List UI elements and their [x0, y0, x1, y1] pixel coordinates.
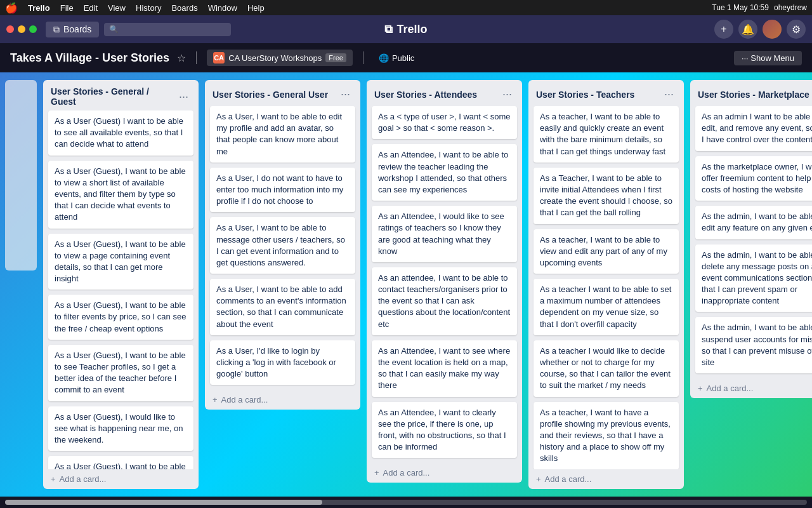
- menubar: 🍎 Trello File Edit View History Boards W…: [0, 0, 812, 15]
- search-input[interactable]: [122, 25, 226, 34]
- boards-label: Boards: [63, 24, 91, 34]
- add-card-marketplace[interactable]: + Add a card...: [690, 378, 812, 398]
- add-button[interactable]: +: [714, 20, 733, 39]
- card-t-6[interactable]: As a teacher, I want to have a profile s…: [534, 402, 679, 469]
- card-t-1[interactable]: As a teacher, I want to be able to easil…: [534, 106, 679, 163]
- settings-button[interactable]: ⚙: [787, 20, 806, 39]
- card-t-2[interactable]: As a Teacher, I want to be able to invit…: [534, 168, 679, 224]
- add-card-attendees[interactable]: + Add a card...: [367, 463, 522, 483]
- card-m-3[interactable]: As the admin, I want to be able to edit …: [695, 206, 812, 239]
- card-att-3[interactable]: As an attendee, I want to be able to con…: [372, 267, 517, 335]
- card-m-4[interactable]: As the admin, I want to be able to delet…: [695, 244, 812, 312]
- card-gu-3[interactable]: As a User, I want to be able to message …: [210, 217, 355, 274]
- card-m-1[interactable]: As an admin I want to be able to list, e…: [695, 106, 812, 151]
- add-card-label-att: Add a card...: [383, 468, 430, 478]
- list-cards-attendees: As a < type of user >, I want < some goa…: [367, 106, 522, 463]
- card-gg-6[interactable]: As a User (Guest), I would like to see w…: [48, 406, 193, 451]
- list-header-attendees: User Stories - Attendees ···: [367, 80, 522, 106]
- card-gg-5[interactable]: As a User (Guest), I want to be able to …: [48, 345, 193, 401]
- show-menu-button[interactable]: ··· Show Menu: [734, 51, 802, 65]
- menubar-history[interactable]: History: [136, 3, 161, 13]
- list-menu-button-general-guest[interactable]: ···: [176, 89, 191, 105]
- appbar: ⧉ Boards 🔍 ⧉ Trello + 🔔 ⚙: [0, 15, 812, 43]
- menubar-view[interactable]: View: [108, 3, 126, 13]
- list-teachers: User Stories - Teachers ··· As a teacher…: [528, 80, 684, 489]
- card-gu-1[interactable]: As a User, I want to be able to edit my …: [210, 106, 355, 163]
- list-header-general-guest: User Stories - General / Guest ···: [43, 80, 199, 110]
- list-header-teachers: User Stories - Teachers ···: [528, 80, 684, 106]
- add-card-general-user[interactable]: + Add a card...: [205, 390, 360, 410]
- menubar-help[interactable]: Help: [247, 3, 265, 13]
- window-controls: [6, 25, 37, 33]
- search-bar[interactable]: 🔍: [104, 23, 231, 36]
- card-gg-7[interactable]: As a User (Guest), I want to be able to …: [48, 456, 193, 469]
- card-t-4[interactable]: As a teacher I want to be able to set a …: [534, 279, 679, 335]
- notifications-button[interactable]: 🔔: [738, 20, 757, 39]
- add-card-label: Add a card...: [60, 474, 107, 484]
- boards-icon: ⧉: [53, 24, 60, 35]
- card-gg-1[interactable]: As a User (Guest) I want to be able to s…: [48, 110, 193, 156]
- card-m-2[interactable]: As the marketplace owner, I want to offe…: [695, 156, 812, 201]
- list-title-general-guest: User Stories - General / Guest: [51, 86, 176, 107]
- menubar-edit[interactable]: Edit: [84, 3, 98, 13]
- avatar[interactable]: [763, 20, 782, 39]
- add-card-label-gu: Add a card...: [221, 395, 268, 404]
- menubar-window[interactable]: Window: [208, 3, 237, 13]
- list-attendees: User Stories - Attendees ··· As a < type…: [367, 80, 522, 483]
- add-icon-t: +: [536, 474, 541, 484]
- card-gg-2[interactable]: As a User (Guest), I want to be able to …: [48, 161, 193, 229]
- visibility-label: Public: [392, 53, 414, 63]
- menubar-trello[interactable]: Trello: [28, 3, 50, 13]
- card-gg-4[interactable]: As a User (Guest), I want to be able to …: [48, 295, 193, 340]
- trello-logo-text: Trello: [396, 23, 427, 36]
- card-gu-4[interactable]: As a User, I want to be able to add comm…: [210, 279, 355, 335]
- list-title-teachers: User Stories - Teachers: [536, 90, 662, 100]
- card-t-3[interactable]: As a teacher, I want to be able to view …: [534, 229, 679, 274]
- add-card-label-m: Add a card...: [707, 384, 754, 393]
- card-att-2[interactable]: As an Attendee, I would like to see rati…: [372, 206, 517, 262]
- maximize-window-button[interactable]: [29, 25, 37, 33]
- menubar-boards[interactable]: Boards: [171, 3, 197, 13]
- menubar-file[interactable]: File: [60, 3, 74, 13]
- list-general-guest: User Stories - General / Guest ··· As a …: [43, 80, 199, 489]
- board-titlebar: Takes A Village - User Stories ☆ CA CA U…: [0, 43, 812, 72]
- card-att-0[interactable]: As a < type of user >, I want < some goa…: [372, 106, 517, 139]
- add-icon-att: +: [374, 468, 379, 478]
- card-gu-2[interactable]: As a User, I do not want to have to ente…: [210, 168, 355, 213]
- list-cards-general-guest: As a User (Guest) I want to be able to s…: [43, 110, 199, 469]
- list-menu-button-general-user[interactable]: ···: [338, 86, 353, 102]
- add-card-label-t: Add a card...: [545, 474, 592, 484]
- divider: [196, 51, 197, 64]
- list-header-marketplace: User Stories - Marketplace ···: [690, 80, 812, 106]
- scrollbar-track[interactable]: [5, 500, 807, 505]
- card-att-1[interactable]: As an Attendee, I want to be able to rev…: [372, 144, 517, 201]
- workspace-name: CA UserStory Workshops: [228, 53, 322, 63]
- minimize-window-button[interactable]: [18, 25, 25, 33]
- workspace-badge[interactable]: CA CA UserStory Workshops Free: [207, 50, 353, 66]
- add-card-teachers[interactable]: + Add a card...: [528, 469, 684, 489]
- card-t-5[interactable]: As a teacher I would like to decide whet…: [534, 340, 679, 397]
- card-gg-3[interactable]: As a User (Guest), I want to be able to …: [48, 234, 193, 290]
- list-menu-button-teachers[interactable]: ···: [662, 86, 676, 102]
- search-icon: 🔍: [109, 25, 119, 34]
- board-canvas: User Stories - General / Guest ··· As a …: [0, 72, 812, 497]
- apple-menu[interactable]: 🍎: [5, 2, 18, 14]
- add-icon-m: +: [698, 384, 703, 393]
- card-m-5[interactable]: As the admin, I want to be able to suspe…: [695, 317, 812, 373]
- star-icon[interactable]: ☆: [177, 52, 186, 64]
- close-window-button[interactable]: [6, 25, 14, 33]
- workspace-icon: CA: [213, 52, 225, 64]
- add-card-general-guest[interactable]: + Add a card...: [43, 469, 199, 489]
- boards-button[interactable]: ⧉ Boards: [46, 22, 99, 37]
- divider2: [363, 51, 363, 64]
- list-general-user: User Stories - General User ··· As a Use…: [205, 80, 360, 410]
- visibility-badge[interactable]: 🌐 Public: [374, 51, 419, 65]
- list-menu-button-attendees[interactable]: ···: [500, 86, 514, 102]
- scrollbar-thumb[interactable]: [5, 500, 322, 505]
- card-gu-5[interactable]: As a User, I'd like to login by clicking…: [210, 340, 355, 385]
- card-att-4[interactable]: As an Attendee, I want to see where the …: [372, 340, 517, 397]
- list-cards-general-user: As a User, I want to be able to edit my …: [205, 106, 360, 390]
- menubar-user: oheydrew: [774, 3, 807, 12]
- card-att-5[interactable]: As an Attendee, I want to clearly see th…: [372, 402, 517, 458]
- board-scrollbar[interactable]: [0, 497, 812, 508]
